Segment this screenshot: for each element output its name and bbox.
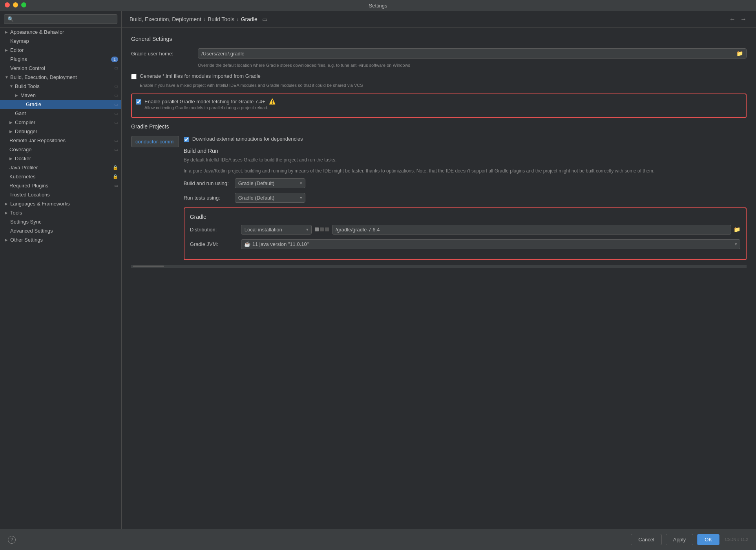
sidebar-item-gradle[interactable]: Gradle ▭	[0, 100, 121, 109]
generate-iml-checkbox[interactable]	[131, 74, 137, 79]
sidebar-item-javaprofiler[interactable]: Java Profiler 🔒	[0, 163, 121, 172]
apply-button[interactable]: Apply	[666, 534, 694, 545]
build-run-using-label: Build and run using:	[184, 180, 231, 186]
window-controls	[5, 2, 26, 7]
minimize-button[interactable]	[13, 2, 18, 7]
gradle-jvm-row: Gradle JVM: ☕ 11 java version "11.0.10" …	[190, 239, 740, 249]
distribution-row: Distribution: Local installation Wrapper…	[190, 225, 740, 235]
cancel-button[interactable]: Cancel	[631, 534, 661, 545]
sidebar-item-compiler[interactable]: ▶ Compiler ▭	[0, 118, 121, 127]
download-annotations-checkbox[interactable]	[184, 137, 189, 142]
sidebar-item-label: Debugger	[15, 128, 118, 134]
sidebar-item-label: Gradle	[26, 101, 113, 107]
sidebar-item-label: Compiler	[15, 119, 113, 125]
project-list-item[interactable]: conductor-commi	[131, 136, 179, 147]
sidebar-item-coverage[interactable]: Coverage ▭	[0, 145, 121, 154]
general-settings-title: General Settings	[131, 36, 747, 42]
gradle-user-home-value: /Users/zero/.gradle	[201, 51, 733, 57]
breadcrumb-item-buildtools[interactable]: Build Tools	[208, 16, 234, 22]
horizontal-scrollbar[interactable]	[131, 265, 747, 268]
sidebar-item-requiredplugins[interactable]: Required Plugins ▭	[0, 181, 121, 190]
pin-icon: ▭	[114, 183, 118, 188]
gradle-section-title: Gradle	[190, 214, 740, 220]
folder-icon[interactable]: 📁	[734, 226, 740, 233]
sidebar-item-maven[interactable]: ▶ Maven ▭	[0, 91, 121, 100]
maximize-button[interactable]	[21, 2, 26, 7]
parallel-fetch-hint: Allow collecting Gradle models in parall…	[144, 105, 276, 110]
sidebar-item-appearance[interactable]: ▶ Appearance & Behavior	[0, 28, 121, 37]
sidebar-item-debugger[interactable]: ▶ Debugger	[0, 127, 121, 136]
sidebar-item-label: Remote Jar Repositories	[9, 138, 113, 143]
nav-arrows: ← →	[728, 15, 748, 24]
version-label: CSDN # 11.2	[725, 537, 748, 542]
folder-icon[interactable]: 📁	[736, 50, 743, 57]
gradle-path-input[interactable]	[332, 225, 731, 235]
sidebar-item-plugins[interactable]: Plugins 1	[0, 55, 121, 64]
build-run-using-select[interactable]: Gradle (Default) IntelliJ IDEA	[235, 178, 305, 188]
breadcrumb-pin-icon[interactable]: ▭	[262, 16, 267, 22]
warning-icon: ⚠️	[269, 98, 276, 104]
path-dots	[315, 227, 329, 231]
sidebar-item-label: Coverage	[9, 147, 113, 152]
sidebar-item-label: Gant	[15, 110, 113, 116]
content-panel: Build, Execution, Deployment › Build Too…	[122, 11, 756, 529]
sidebar-item-remotejar[interactable]: Remote Jar Repositories ▭	[0, 136, 121, 145]
sidebar-item-trustedlocations[interactable]: Trusted Locations	[0, 190, 121, 199]
sidebar-item-editor[interactable]: ▶ Editor	[0, 46, 121, 55]
sidebar-item-othersettings[interactable]: ▶ Other Settings	[0, 235, 121, 244]
sidebar-item-label: Build, Execution, Deployment	[10, 74, 118, 80]
build-run-using-row: Build and run using: Gradle (Default) In…	[184, 178, 747, 188]
breadcrumb-item-gradle[interactable]: Gradle	[241, 16, 257, 22]
scrollbar-thumb[interactable]	[133, 266, 164, 267]
nav-forward-button[interactable]: →	[739, 15, 748, 24]
sidebar-item-build[interactable]: ▼ Build, Execution, Deployment	[0, 73, 121, 82]
gradle-user-home-hint: Override the default location where Grad…	[198, 62, 747, 68]
sidebar-item-label: Plugins	[10, 56, 110, 62]
run-tests-using-dropdown-wrapper: Gradle (Default) IntelliJ IDEA	[235, 193, 305, 203]
search-bar	[0, 11, 121, 28]
sidebar-item-kubernetes[interactable]: Kubernetes 🔒	[0, 172, 121, 181]
sidebar-item-label: Advanced Settings	[10, 228, 118, 234]
arrow-icon: ▶	[5, 238, 10, 242]
gradle-jvm-select[interactable]: 11 java version "11.0.10"	[241, 239, 740, 249]
footer-left: ?	[8, 536, 627, 544]
close-button[interactable]	[5, 2, 10, 7]
sidebar-item-label: Keymap	[10, 38, 118, 44]
distribution-select[interactable]: Local installation Wrapper Specified loc…	[241, 225, 312, 235]
generate-iml-row: Generate *.iml files for modules importe…	[131, 73, 747, 79]
generate-iml-label: Generate *.iml files for modules importe…	[140, 73, 261, 79]
parallel-fetch-label-group: Enable parallel Gradle model fetching fo…	[144, 98, 276, 110]
distribution-label: Distribution:	[190, 227, 237, 233]
generate-iml-hint: Enable if you have a mixed project with …	[140, 82, 747, 88]
search-input[interactable]	[4, 14, 117, 24]
sidebar-item-buildtools[interactable]: ▼ Build Tools ▭	[0, 82, 121, 91]
run-tests-using-row: Run tests using: Gradle (Default) Intell…	[184, 193, 747, 203]
sidebar-item-label: Languages & Frameworks	[10, 201, 118, 207]
gradle-projects-title: Gradle Projects	[131, 123, 747, 130]
sidebar-item-keymap[interactable]: Keymap	[0, 37, 121, 46]
sidebar-item-advancedsettings[interactable]: Advanced Settings	[0, 226, 121, 235]
build-run-using-dropdown-wrapper: Gradle (Default) IntelliJ IDEA	[235, 178, 305, 188]
sidebar-item-label: Kubernetes	[9, 174, 111, 180]
sidebar-item-versioncontrol[interactable]: Version Control ▭	[0, 64, 121, 73]
pin-icon: ▭	[114, 120, 118, 125]
ok-button[interactable]: OK	[697, 534, 719, 545]
sidebar-item-gant[interactable]: Gant ▭	[0, 109, 121, 118]
distribution-dropdown-wrapper: Local installation Wrapper Specified loc…	[241, 225, 312, 235]
sidebar-item-label: Java Profiler	[9, 165, 111, 170]
sidebar-item-languages[interactable]: ▶ Languages & Frameworks	[0, 199, 121, 208]
sidebar-item-settingssync[interactable]: Settings Sync	[0, 217, 121, 226]
parallel-fetch-checkbox[interactable]	[136, 99, 141, 104]
build-run-desc2: In a pure Java/Kotlin project, building …	[184, 167, 747, 174]
sidebar-item-tools[interactable]: ▶ Tools	[0, 208, 121, 217]
parallel-fetch-label: Enable parallel Gradle model fetching fo…	[144, 98, 276, 104]
nav-back-button[interactable]: ←	[728, 15, 737, 24]
gradle-jvm-select-wrapper: ☕ 11 java version "11.0.10" ▾	[241, 239, 740, 249]
breadcrumb-item-build[interactable]: Build, Execution, Deployment	[130, 16, 201, 22]
sidebar-item-docker[interactable]: ▶ Docker	[0, 154, 121, 163]
run-tests-using-select[interactable]: Gradle (Default) IntelliJ IDEA	[235, 193, 305, 203]
help-button[interactable]: ?	[8, 536, 16, 544]
arrow-icon: ▼	[9, 84, 15, 88]
footer: ? Cancel Apply OK CSDN # 11.2	[0, 529, 756, 550]
lock-icon: 🔒	[113, 174, 118, 179]
